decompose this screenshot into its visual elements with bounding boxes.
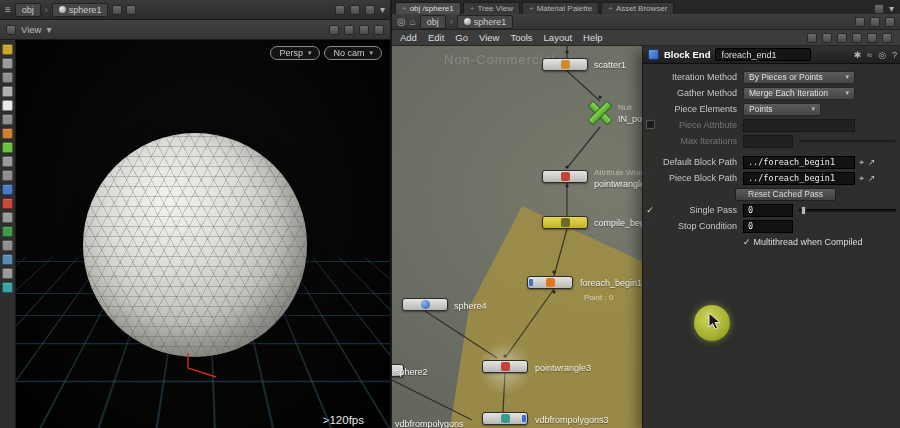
piece-attribute-field[interactable] <box>743 119 855 132</box>
zoom-in-icon[interactable] <box>852 33 862 43</box>
piece-attribute-checkbox[interactable] <box>646 120 655 129</box>
light-tool-icon[interactable] <box>2 268 13 279</box>
breadcrumb-sphere1[interactable]: sphere1 <box>457 15 514 29</box>
max-iterations-slider[interactable] <box>799 137 896 146</box>
gear-icon[interactable]: ✱ <box>854 50 862 60</box>
viewport-3d[interactable]: Persp ▾ No cam ▾ >120fps <box>16 40 390 428</box>
pane-menu-icon[interactable]: ▾ <box>380 5 385 15</box>
gather-method-dropdown[interactable]: Merge Each Iteration ▾ <box>743 87 855 100</box>
grid-snap-icon[interactable] <box>837 33 847 43</box>
pin-icon[interactable]: ◎ <box>397 17 406 27</box>
node-chooser-icon[interactable]: ⌖ <box>859 157 864 168</box>
single-pass-slider[interactable] <box>799 206 896 215</box>
node-pointwrangle[interactable] <box>542 170 588 183</box>
stop-condition-field[interactable]: 0 <box>743 220 793 233</box>
breadcrumb-obj[interactable]: obj <box>420 15 446 29</box>
split-pane-icon[interactable] <box>874 4 884 14</box>
shade-mode-icon[interactable] <box>359 25 369 35</box>
menu-edit[interactable]: Edit <box>428 32 444 43</box>
multithread-checkbox-label[interactable]: Multithread when Compiled <box>754 237 863 247</box>
view-tool-icon[interactable] <box>2 44 13 55</box>
measure-tool-icon[interactable] <box>2 212 13 223</box>
node-scatter1[interactable] <box>542 58 588 71</box>
select-mode-icon[interactable] <box>329 25 339 35</box>
reset-cached-pass-button[interactable]: Reset Cached Pass <box>735 188 836 201</box>
pose-tool-icon[interactable] <box>2 128 13 139</box>
menu-add[interactable]: Add <box>400 32 417 43</box>
pointer-tool-icon[interactable] <box>2 100 13 111</box>
snap-grid-icon[interactable] <box>2 156 13 167</box>
piece-block-path-field[interactable]: ../foreach_begin1 <box>743 172 855 185</box>
node-pointwrangle3[interactable] <box>482 360 528 373</box>
piece-elements-dropdown[interactable]: Points ▾ <box>743 103 821 116</box>
menu-help[interactable]: Help <box>583 32 603 43</box>
projection-selector[interactable]: Persp ▾ <box>270 46 320 60</box>
node-foreach-begin1[interactable] <box>527 276 573 289</box>
rotate-tool-icon[interactable] <box>2 86 13 97</box>
snap-mode-icon[interactable] <box>344 25 354 35</box>
wrench-icon[interactable] <box>807 33 817 43</box>
flipbook-icon[interactable] <box>2 240 13 251</box>
construction-plane-icon[interactable] <box>2 184 13 195</box>
zoom-out-icon[interactable] <box>867 33 877 43</box>
node-chooser-icon[interactable]: ⌖ <box>859 173 864 184</box>
node-vdbfrompolygons3[interactable] <box>482 412 528 425</box>
breadcrumb-sphere1[interactable]: sphere1 <box>52 3 109 17</box>
node-in-points[interactable] <box>587 100 613 126</box>
view-grid-icon[interactable] <box>6 25 16 35</box>
sphere-geometry[interactable] <box>83 133 307 357</box>
sliders-icon[interactable]: ≈ <box>867 50 872 60</box>
home-icon[interactable]: ⌂ <box>410 17 416 27</box>
slider-handle[interactable] <box>801 206 806 215</box>
history-icon[interactable] <box>885 17 895 27</box>
single-pass-field[interactable]: 0 <box>743 204 793 217</box>
snap-prim-icon[interactable] <box>2 170 13 181</box>
check-icon[interactable]: ✓ <box>743 237 751 247</box>
magnet-icon[interactable] <box>822 33 832 43</box>
network-canvas[interactable]: Non-Commercial <box>392 46 900 428</box>
bypass-flag[interactable] <box>529 279 533 286</box>
display-flag[interactable] <box>522 415 526 422</box>
default-block-path-field[interactable]: ../foreach_begin1 <box>743 156 855 169</box>
menu-go[interactable]: Go <box>455 32 468 43</box>
snap-points-icon[interactable] <box>2 142 13 153</box>
filter-icon[interactable] <box>855 17 865 27</box>
frame-all-icon[interactable] <box>882 33 892 43</box>
tab-network[interactable]: + obj /sphere1 <box>395 2 461 14</box>
materials-tool-icon[interactable] <box>2 282 13 293</box>
lock-icon[interactable] <box>126 5 136 15</box>
menu-tools[interactable]: Tools <box>510 32 532 43</box>
max-iterations-field[interactable] <box>743 135 793 148</box>
snapshot-icon[interactable] <box>335 5 345 15</box>
tab-material-palette[interactable]: + Material Palette <box>522 2 599 14</box>
handles-tool-icon[interactable] <box>2 114 13 125</box>
iteration-method-dropdown[interactable]: By Pieces or Points ▾ <box>743 71 855 84</box>
display-options-icon[interactable] <box>374 25 384 35</box>
node-compile-begin[interactable] <box>542 216 588 229</box>
menu-view[interactable]: View <box>479 32 499 43</box>
node-name-field[interactable]: foreach_end1 <box>715 48 811 61</box>
help-icon[interactable]: ? <box>892 50 897 60</box>
bookmark-icon[interactable] <box>870 17 880 27</box>
pin-pane-icon[interactable] <box>365 5 375 15</box>
check-icon[interactable]: ✓ <box>643 205 657 215</box>
render-region-icon[interactable] <box>2 226 13 237</box>
camera-tool-icon[interactable] <box>2 254 13 265</box>
tab-asset-browser[interactable]: + Asset Browser <box>601 2 674 14</box>
jump-to-node-icon[interactable]: ↗ <box>868 157 876 168</box>
pane-options-icon[interactable]: ▾ <box>889 4 894 14</box>
select-tool-icon[interactable] <box>2 58 13 69</box>
camera-selector[interactable]: No cam ▾ <box>324 46 382 60</box>
pin-icon[interactable]: ◎ <box>878 50 886 60</box>
refresh-icon[interactable] <box>112 5 122 15</box>
move-tool-icon[interactable] <box>2 72 13 83</box>
view-menu-label[interactable]: View <box>21 24 41 35</box>
layout-icon[interactable] <box>350 5 360 15</box>
key-tool-icon[interactable] <box>2 198 13 209</box>
node-sphere4[interactable] <box>402 298 448 311</box>
menu-layout[interactable]: Layout <box>544 32 573 43</box>
breadcrumb-obj[interactable]: obj <box>15 3 41 17</box>
jump-to-node-icon[interactable]: ↗ <box>868 173 876 184</box>
menu-icon[interactable]: ≡ <box>5 5 11 15</box>
tab-tree-view[interactable]: + Tree View <box>463 2 520 14</box>
